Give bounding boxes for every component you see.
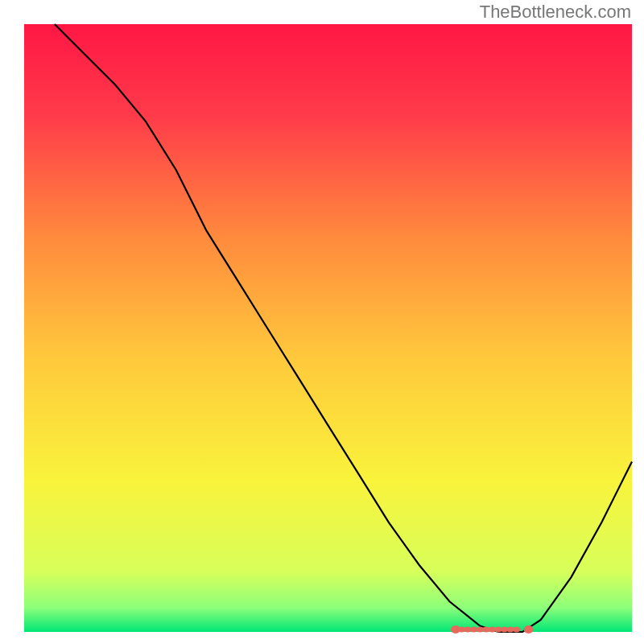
- watermark-text: TheBottleneck.com: [480, 2, 631, 23]
- optimal-marker: [524, 625, 534, 634]
- plot-background: [24, 24, 632, 632]
- optimal-marker: [513, 627, 521, 633]
- bottleneck-chart: [0, 0, 644, 644]
- chart-container: TheBottleneck.com: [0, 0, 644, 644]
